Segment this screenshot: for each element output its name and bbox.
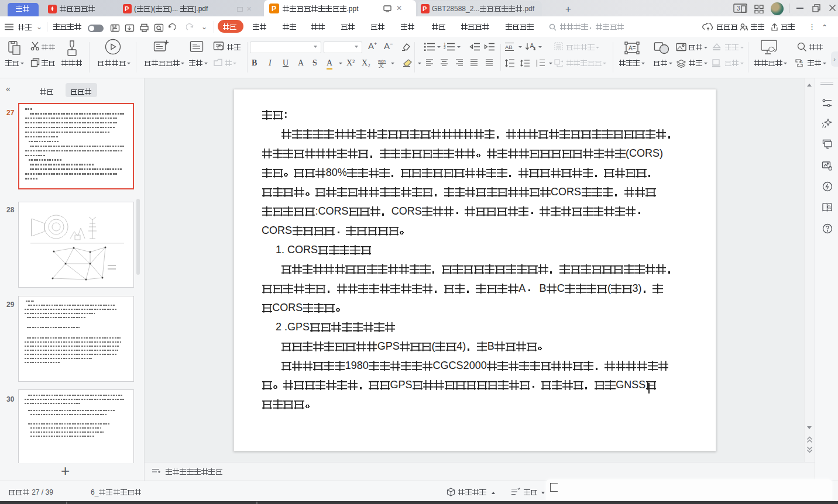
- svg-text:A: A: [800, 60, 803, 64]
- svg-text:A: A: [530, 42, 534, 49]
- svg-text:3: 3: [737, 5, 740, 12]
- svg-text:AB: AB: [505, 44, 513, 50]
- svg-text:A: A: [628, 45, 633, 51]
- svg-text:2: 2: [444, 46, 446, 50]
